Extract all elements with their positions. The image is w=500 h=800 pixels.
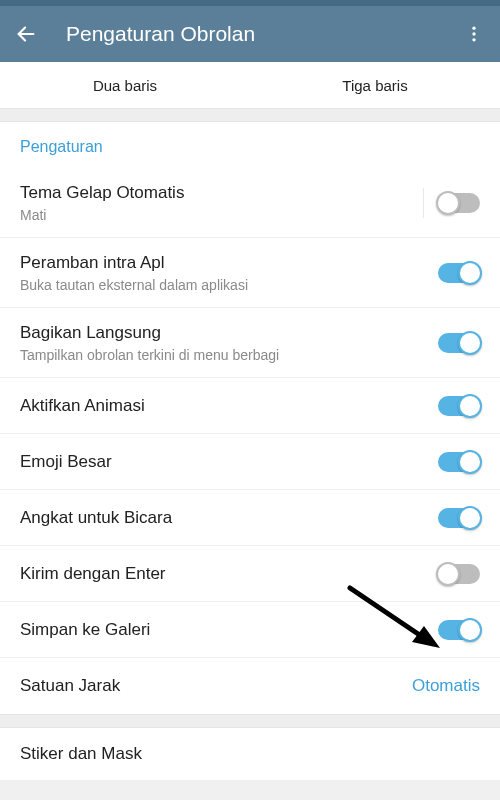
toggle-send-enter[interactable] [438,564,480,584]
row-distance-unit[interactable]: Satuan Jarak Otomatis [0,658,500,714]
toggle-save-gallery[interactable] [438,620,480,640]
row-title: Emoji Besar [20,451,438,473]
row-value: Otomatis [412,676,480,696]
row-big-emoji[interactable]: Emoji Besar [0,434,500,490]
row-title: Aktifkan Animasi [20,395,438,417]
toggle-dark-theme[interactable] [438,193,480,213]
row-title: Peramban intra Apl [20,252,438,274]
row-title: Kirim dengan Enter [20,563,438,585]
toggle-direct-share[interactable] [438,333,480,353]
toggle-big-emoji[interactable] [438,452,480,472]
toggle-raise-to-speak[interactable] [438,508,480,528]
svg-point-3 [472,38,475,41]
row-title: Angkat untuk Bicara [20,507,438,529]
row-animations[interactable]: Aktifkan Animasi [0,378,500,434]
tab-two-lines[interactable]: Dua baris [0,62,250,108]
section-divider [0,714,500,728]
section-header-settings: Pengaturan [0,122,500,168]
section-divider [0,108,500,122]
row-send-enter[interactable]: Kirim dengan Enter [0,546,500,602]
vertical-divider [423,188,424,218]
layout-tabs: Dua baris Tiga baris [0,62,500,108]
row-title: Simpan ke Galeri [20,619,438,641]
tab-three-lines[interactable]: Tiga baris [250,62,500,108]
row-title: Satuan Jarak [20,675,412,697]
row-raise-to-speak[interactable]: Angkat untuk Bicara [0,490,500,546]
row-subtitle: Tampilkan obrolan terkini di menu berbag… [20,347,438,363]
page-title: Pengaturan Obrolan [38,22,462,46]
row-title: Bagikan Langsung [20,322,438,344]
row-title: Tema Gelap Otomatis [20,182,423,204]
row-save-gallery[interactable]: Simpan ke Galeri [0,602,500,658]
row-in-app-browser[interactable]: Peramban intra Apl Buka tautan eksternal… [0,238,500,308]
svg-point-2 [472,32,475,35]
row-dark-theme[interactable]: Tema Gelap Otomatis Mati [0,168,500,238]
toggle-in-app-browser[interactable] [438,263,480,283]
app-header: Pengaturan Obrolan [0,6,500,62]
row-subtitle: Buka tautan eksternal dalam aplikasi [20,277,438,293]
toggle-animations[interactable] [438,396,480,416]
back-icon[interactable] [14,22,38,46]
row-subtitle: Mati [20,207,423,223]
row-direct-share[interactable]: Bagikan Langsung Tampilkan obrolan terki… [0,308,500,378]
row-stickers-masks[interactable]: Stiker dan Mask [0,728,500,780]
svg-point-1 [472,27,475,30]
settings-section: Pengaturan Tema Gelap Otomatis Mati Pera… [0,122,500,714]
more-icon[interactable] [462,22,486,46]
